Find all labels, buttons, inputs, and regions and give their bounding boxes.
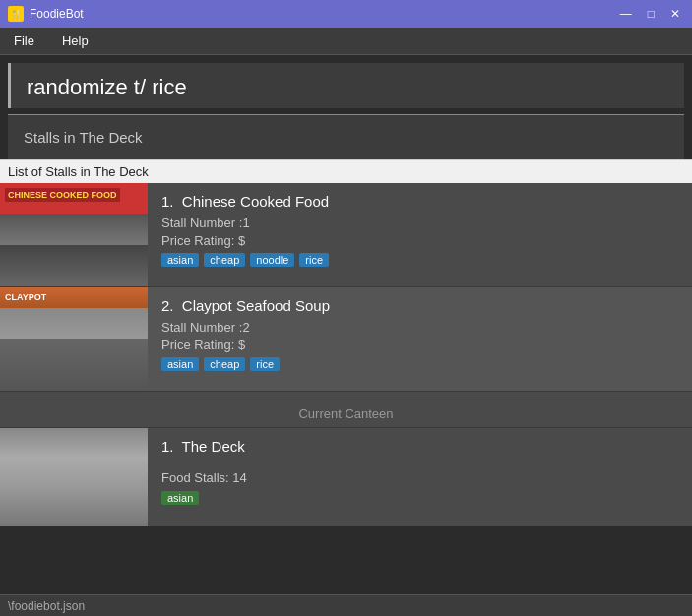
menu-bar: File Help [0, 28, 692, 55]
item-title-claypot: 2. Claypot Seafood Soup [161, 297, 678, 314]
title-bar: 🍴 FoodieBot — □ ✕ [0, 0, 692, 28]
canteen-tags: asian [161, 491, 678, 505]
search-area [8, 63, 684, 108]
tag-rice: rice [250, 357, 280, 371]
item-name: Chinese Cooked Food [182, 193, 329, 210]
item-image-claypot [0, 287, 148, 391]
tag-cheap: cheap [204, 357, 245, 371]
canteen-number: 1. [161, 438, 174, 455]
list-header: List of Stalls in The Deck [0, 159, 692, 183]
close-button[interactable]: ✕ [666, 8, 684, 20]
tag-noodle: noodle [250, 253, 294, 267]
item-price-rating: Price Rating: $ [161, 233, 678, 248]
tag-asian: asian [161, 253, 199, 267]
item-stall-number: Stall Number :1 [161, 216, 678, 230]
item-price-rating: Price Rating: $ [161, 338, 678, 352]
tag-cheap: cheap [204, 253, 245, 267]
title-bar-title: FoodieBot [30, 7, 84, 21]
item-image-chinese [0, 183, 148, 286]
canteen-food-stalls: Food Stalls: 14 [161, 470, 678, 485]
item-name: Claypot Seafood Soup [182, 297, 330, 314]
maximize-button[interactable]: □ [644, 8, 659, 20]
minimize-button[interactable]: — [616, 8, 636, 20]
stalls-in-deck-label: Stalls in The Deck [24, 129, 143, 146]
claypot-food-image [0, 287, 148, 391]
item-stall-number: Stall Number :2 [161, 320, 678, 335]
search-input[interactable] [27, 75, 668, 100]
item-title-chinese: 1. Chinese Cooked Food [161, 193, 678, 210]
item-number: 1. [161, 193, 174, 210]
list-header-label: List of Stalls in The Deck [8, 164, 149, 179]
canteen-info: 1. The Deck Food Stalls: 14 asian [148, 428, 692, 526]
canteen-image [0, 428, 148, 526]
chinese-food-image [0, 183, 148, 286]
canteen-item[interactable]: 1. The Deck Food Stalls: 14 asian [0, 428, 692, 526]
menu-help[interactable]: Help [56, 31, 94, 50]
list-item-partial[interactable]: 3. Indian [0, 392, 692, 400]
item-info-chinese: 1. Chinese Cooked Food Stall Number :1 P… [148, 183, 692, 286]
item-tags-claypot: asian cheap rice [161, 357, 678, 371]
stalls-list[interactable]: 1. Chinese Cooked Food Stall Number :1 P… [0, 183, 692, 400]
status-bar: \foodiebot.json [0, 594, 692, 616]
deck-image [0, 428, 148, 526]
tag-rice: rice [299, 253, 329, 267]
item-number: 2. [161, 297, 174, 314]
title-bar-left: 🍴 FoodieBot [8, 6, 84, 22]
item-info-claypot: 2. Claypot Seafood Soup Stall Number :2 … [148, 287, 692, 391]
stalls-header-area: Stalls in The Deck [8, 115, 684, 159]
app-icon: 🍴 [8, 6, 24, 22]
item-tags-chinese: asian cheap noodle rice [161, 253, 678, 267]
title-bar-controls: — □ ✕ [616, 8, 684, 20]
status-text: \foodiebot.json [8, 599, 85, 613]
current-canteen-label: Current Canteen [0, 400, 692, 428]
tag-asian-canteen: asian [161, 491, 199, 505]
list-item[interactable]: 1. Chinese Cooked Food Stall Number :1 P… [0, 183, 692, 287]
tag-asian: asian [161, 357, 199, 371]
list-item[interactable]: 2. Claypot Seafood Soup Stall Number :2 … [0, 287, 692, 392]
current-canteen-section: Current Canteen 1. The Deck Food Stalls:… [0, 400, 692, 526]
menu-file[interactable]: File [8, 31, 40, 50]
canteen-name: The Deck [182, 438, 245, 455]
canteen-title: 1. The Deck [161, 438, 678, 455]
